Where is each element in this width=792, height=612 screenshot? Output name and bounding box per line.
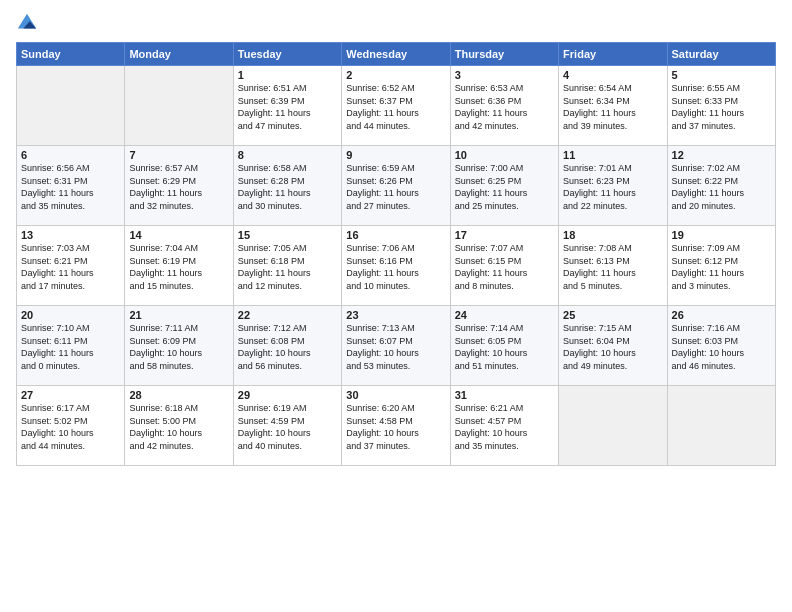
day-cell: 6Sunrise: 6:56 AM Sunset: 6:31 PM Daylig…	[17, 146, 125, 226]
day-info: Sunrise: 6:57 AM Sunset: 6:29 PM Dayligh…	[129, 162, 228, 212]
day-number: 10	[455, 149, 554, 161]
header-tuesday: Tuesday	[233, 43, 341, 66]
day-info: Sunrise: 6:18 AM Sunset: 5:00 PM Dayligh…	[129, 402, 228, 452]
day-cell: 10Sunrise: 7:00 AM Sunset: 6:25 PM Dayli…	[450, 146, 558, 226]
day-info: Sunrise: 7:10 AM Sunset: 6:11 PM Dayligh…	[21, 322, 120, 372]
day-info: Sunrise: 6:58 AM Sunset: 6:28 PM Dayligh…	[238, 162, 337, 212]
calendar-table: SundayMondayTuesdayWednesdayThursdayFrid…	[16, 42, 776, 466]
day-info: Sunrise: 6:19 AM Sunset: 4:59 PM Dayligh…	[238, 402, 337, 452]
day-cell: 26Sunrise: 7:16 AM Sunset: 6:03 PM Dayli…	[667, 306, 775, 386]
calendar-body: 1Sunrise: 6:51 AM Sunset: 6:39 PM Daylig…	[17, 66, 776, 466]
day-cell: 7Sunrise: 6:57 AM Sunset: 6:29 PM Daylig…	[125, 146, 233, 226]
header	[16, 12, 776, 34]
day-number: 20	[21, 309, 120, 321]
day-number: 2	[346, 69, 445, 81]
day-cell	[125, 66, 233, 146]
day-cell: 8Sunrise: 6:58 AM Sunset: 6:28 PM Daylig…	[233, 146, 341, 226]
day-cell: 16Sunrise: 7:06 AM Sunset: 6:16 PM Dayli…	[342, 226, 450, 306]
day-info: Sunrise: 7:02 AM Sunset: 6:22 PM Dayligh…	[672, 162, 771, 212]
day-cell: 3Sunrise: 6:53 AM Sunset: 6:36 PM Daylig…	[450, 66, 558, 146]
header-saturday: Saturday	[667, 43, 775, 66]
day-cell: 21Sunrise: 7:11 AM Sunset: 6:09 PM Dayli…	[125, 306, 233, 386]
logo	[16, 12, 42, 34]
header-monday: Monday	[125, 43, 233, 66]
calendar-container: SundayMondayTuesdayWednesdayThursdayFrid…	[0, 0, 792, 474]
week-row-4: 20Sunrise: 7:10 AM Sunset: 6:11 PM Dayli…	[17, 306, 776, 386]
week-row-2: 6Sunrise: 6:56 AM Sunset: 6:31 PM Daylig…	[17, 146, 776, 226]
header-thursday: Thursday	[450, 43, 558, 66]
day-info: Sunrise: 6:55 AM Sunset: 6:33 PM Dayligh…	[672, 82, 771, 132]
day-number: 11	[563, 149, 662, 161]
day-cell: 13Sunrise: 7:03 AM Sunset: 6:21 PM Dayli…	[17, 226, 125, 306]
day-cell: 11Sunrise: 7:01 AM Sunset: 6:23 PM Dayli…	[559, 146, 667, 226]
day-number: 28	[129, 389, 228, 401]
day-number: 1	[238, 69, 337, 81]
day-number: 9	[346, 149, 445, 161]
day-number: 31	[455, 389, 554, 401]
day-number: 23	[346, 309, 445, 321]
day-info: Sunrise: 7:13 AM Sunset: 6:07 PM Dayligh…	[346, 322, 445, 372]
day-number: 25	[563, 309, 662, 321]
day-info: Sunrise: 6:59 AM Sunset: 6:26 PM Dayligh…	[346, 162, 445, 212]
day-info: Sunrise: 7:05 AM Sunset: 6:18 PM Dayligh…	[238, 242, 337, 292]
day-cell: 22Sunrise: 7:12 AM Sunset: 6:08 PM Dayli…	[233, 306, 341, 386]
day-number: 18	[563, 229, 662, 241]
day-cell	[17, 66, 125, 146]
day-number: 6	[21, 149, 120, 161]
day-info: Sunrise: 6:52 AM Sunset: 6:37 PM Dayligh…	[346, 82, 445, 132]
day-info: Sunrise: 7:06 AM Sunset: 6:16 PM Dayligh…	[346, 242, 445, 292]
day-cell: 18Sunrise: 7:08 AM Sunset: 6:13 PM Dayli…	[559, 226, 667, 306]
day-cell: 15Sunrise: 7:05 AM Sunset: 6:18 PM Dayli…	[233, 226, 341, 306]
day-number: 7	[129, 149, 228, 161]
day-number: 17	[455, 229, 554, 241]
day-cell: 31Sunrise: 6:21 AM Sunset: 4:57 PM Dayli…	[450, 386, 558, 466]
week-row-3: 13Sunrise: 7:03 AM Sunset: 6:21 PM Dayli…	[17, 226, 776, 306]
day-cell: 4Sunrise: 6:54 AM Sunset: 6:34 PM Daylig…	[559, 66, 667, 146]
day-info: Sunrise: 6:20 AM Sunset: 4:58 PM Dayligh…	[346, 402, 445, 452]
day-cell: 14Sunrise: 7:04 AM Sunset: 6:19 PM Dayli…	[125, 226, 233, 306]
day-cell: 28Sunrise: 6:18 AM Sunset: 5:00 PM Dayli…	[125, 386, 233, 466]
day-number: 12	[672, 149, 771, 161]
day-info: Sunrise: 7:01 AM Sunset: 6:23 PM Dayligh…	[563, 162, 662, 212]
day-info: Sunrise: 7:11 AM Sunset: 6:09 PM Dayligh…	[129, 322, 228, 372]
day-number: 14	[129, 229, 228, 241]
day-info: Sunrise: 7:14 AM Sunset: 6:05 PM Dayligh…	[455, 322, 554, 372]
day-info: Sunrise: 7:09 AM Sunset: 6:12 PM Dayligh…	[672, 242, 771, 292]
day-cell: 25Sunrise: 7:15 AM Sunset: 6:04 PM Dayli…	[559, 306, 667, 386]
day-cell: 9Sunrise: 6:59 AM Sunset: 6:26 PM Daylig…	[342, 146, 450, 226]
day-number: 27	[21, 389, 120, 401]
day-cell	[559, 386, 667, 466]
day-cell	[667, 386, 775, 466]
day-number: 24	[455, 309, 554, 321]
logo-icon	[16, 12, 38, 34]
day-cell: 27Sunrise: 6:17 AM Sunset: 5:02 PM Dayli…	[17, 386, 125, 466]
day-number: 16	[346, 229, 445, 241]
day-number: 15	[238, 229, 337, 241]
header-row: SundayMondayTuesdayWednesdayThursdayFrid…	[17, 43, 776, 66]
week-row-5: 27Sunrise: 6:17 AM Sunset: 5:02 PM Dayli…	[17, 386, 776, 466]
day-cell: 23Sunrise: 7:13 AM Sunset: 6:07 PM Dayli…	[342, 306, 450, 386]
header-friday: Friday	[559, 43, 667, 66]
day-info: Sunrise: 7:04 AM Sunset: 6:19 PM Dayligh…	[129, 242, 228, 292]
day-cell: 19Sunrise: 7:09 AM Sunset: 6:12 PM Dayli…	[667, 226, 775, 306]
day-cell: 29Sunrise: 6:19 AM Sunset: 4:59 PM Dayli…	[233, 386, 341, 466]
day-number: 22	[238, 309, 337, 321]
day-number: 13	[21, 229, 120, 241]
day-info: Sunrise: 7:00 AM Sunset: 6:25 PM Dayligh…	[455, 162, 554, 212]
day-info: Sunrise: 6:56 AM Sunset: 6:31 PM Dayligh…	[21, 162, 120, 212]
day-info: Sunrise: 7:15 AM Sunset: 6:04 PM Dayligh…	[563, 322, 662, 372]
header-wednesday: Wednesday	[342, 43, 450, 66]
day-info: Sunrise: 7:08 AM Sunset: 6:13 PM Dayligh…	[563, 242, 662, 292]
day-number: 4	[563, 69, 662, 81]
week-row-1: 1Sunrise: 6:51 AM Sunset: 6:39 PM Daylig…	[17, 66, 776, 146]
day-info: Sunrise: 6:51 AM Sunset: 6:39 PM Dayligh…	[238, 82, 337, 132]
day-info: Sunrise: 7:07 AM Sunset: 6:15 PM Dayligh…	[455, 242, 554, 292]
day-cell: 20Sunrise: 7:10 AM Sunset: 6:11 PM Dayli…	[17, 306, 125, 386]
day-number: 26	[672, 309, 771, 321]
day-info: Sunrise: 6:21 AM Sunset: 4:57 PM Dayligh…	[455, 402, 554, 452]
day-number: 30	[346, 389, 445, 401]
day-cell: 30Sunrise: 6:20 AM Sunset: 4:58 PM Dayli…	[342, 386, 450, 466]
day-info: Sunrise: 7:12 AM Sunset: 6:08 PM Dayligh…	[238, 322, 337, 372]
day-number: 3	[455, 69, 554, 81]
day-info: Sunrise: 6:17 AM Sunset: 5:02 PM Dayligh…	[21, 402, 120, 452]
